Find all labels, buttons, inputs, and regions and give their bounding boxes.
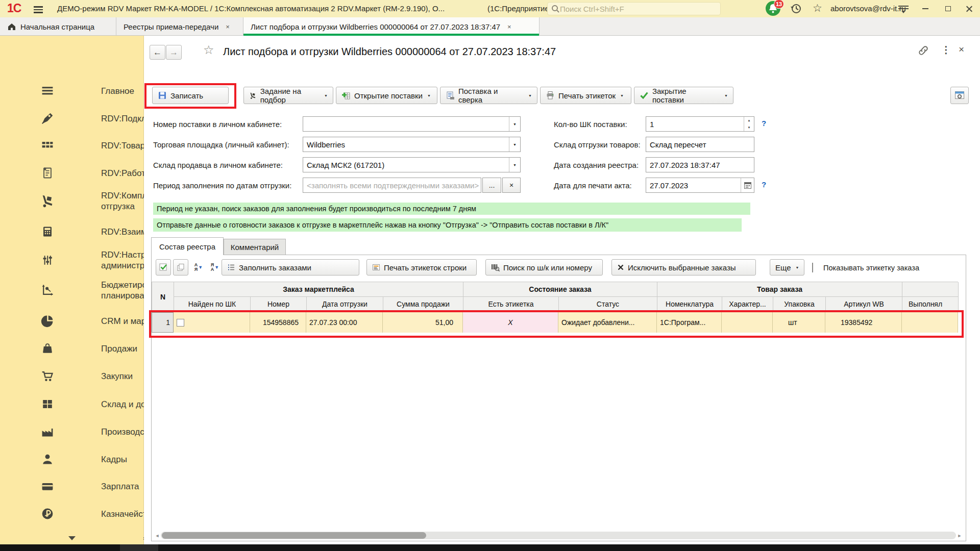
- period-field[interactable]: <заполнять всеми подтвержденными заказам…: [303, 178, 481, 193]
- column-header-article-wb[interactable]: Артикул WB: [826, 297, 902, 312]
- sale-sum-cell[interactable]: 51,00: [383, 312, 463, 333]
- has-label-cell[interactable]: Х: [463, 312, 558, 333]
- print-labels-button[interactable]: Печать этикеток ▼: [540, 87, 631, 104]
- ship-warehouse-field[interactable]: Склад пересчет: [646, 137, 754, 152]
- supply-number-combo[interactable]: ▼: [303, 116, 521, 132]
- column-header-sale-sum[interactable]: Сумма продажи: [383, 297, 463, 312]
- spin-down-icon[interactable]: ▼: [744, 124, 754, 131]
- packaging-cell[interactable]: шт: [773, 312, 825, 333]
- tab-close-icon[interactable]: ×: [226, 23, 230, 31]
- scrollbar-track[interactable]: [161, 532, 956, 539]
- column-header-status[interactable]: Статус: [559, 297, 657, 312]
- forward-button[interactable]: →: [166, 45, 182, 60]
- scroll-left-icon[interactable]: ◄: [154, 533, 161, 538]
- sidebar-item-main[interactable]: Главное: [40, 83, 139, 98]
- period-clear-button[interactable]: ×: [502, 178, 521, 193]
- sidebar-item-crm[interactable]: CRM и маркетинг: [40, 313, 139, 329]
- tab-comment[interactable]: Комментарий: [224, 239, 286, 255]
- column-header-nomenclature[interactable]: Номенклатура: [657, 297, 722, 312]
- favorite-star-icon[interactable]: ☆: [203, 43, 214, 57]
- sidebar-item-sales[interactable]: Продажи: [40, 341, 139, 356]
- combo-dropdown-button[interactable]: ▼: [509, 158, 520, 172]
- form-settings-button[interactable]: [950, 87, 969, 104]
- sidebar-item-budgeting[interactable]: Бюджетирование ипланирование: [40, 280, 139, 301]
- service-menu-icon[interactable]: [898, 4, 909, 13]
- favorites-star-icon[interactable]: ☆: [813, 2, 822, 14]
- close-window-button[interactable]: [963, 3, 976, 15]
- column-header-characteristic[interactable]: Характер...: [722, 297, 773, 312]
- order-number-cell[interactable]: 154958865: [250, 312, 306, 333]
- tab-registry-content[interactable]: Состав реестра: [151, 237, 224, 255]
- sidebar-item-rdv-admin[interactable]: RDV:Настройки иадминистрирование: [40, 249, 139, 271]
- sidebar-item-production[interactable]: Производство: [40, 424, 139, 439]
- exclude-orders-button[interactable]: Исключить выбранные заказы: [611, 259, 756, 276]
- sidebar-item-payroll[interactable]: Зарплата: [40, 479, 139, 494]
- sidebar-item-rdv-shipping[interactable]: RDV:Комплектация иотгрузка: [40, 190, 139, 212]
- history-button[interactable]: [790, 3, 802, 15]
- sidebar-item-rdv-orders[interactable]: RDV:Работа с заказами: [40, 165, 139, 181]
- combo-dropdown-button[interactable]: ▼: [509, 137, 520, 152]
- set-flags-button[interactable]: [156, 259, 171, 276]
- help-link[interactable]: ?: [762, 180, 766, 189]
- act-date-field[interactable]: 27.07.2023: [646, 178, 754, 193]
- column-header-executed[interactable]: Выполнял: [902, 297, 959, 312]
- scroll-right-icon[interactable]: ►: [956, 533, 963, 538]
- clear-flags-button[interactable]: [173, 259, 188, 276]
- close-form-button[interactable]: ×: [959, 44, 964, 55]
- help-link[interactable]: ?: [762, 119, 766, 128]
- number-spinner[interactable]: ▲▼: [744, 117, 754, 131]
- table-row[interactable]: 1 154958865 27.07.23 00:00 51,00 Х Ожида…: [152, 312, 958, 333]
- group-header-marketplace-order[interactable]: Заказ маркетплейса: [174, 282, 463, 297]
- scrollbar-thumb[interactable]: [162, 532, 426, 539]
- tab-close-icon[interactable]: ×: [507, 23, 511, 31]
- more-button[interactable]: Еще ▼: [770, 259, 804, 276]
- close-supply-button[interactable]: Закрытие поставки ▼: [634, 87, 733, 104]
- barcode-search-button[interactable]: Поиск по ш/к или номеру: [485, 259, 603, 276]
- column-header-found-by-barcode[interactable]: Найден по ШК: [174, 297, 251, 312]
- print-row-labels-button[interactable]: Печать этикеток строки: [366, 259, 477, 276]
- registry-date-field[interactable]: 27.07.2023 18:37:47: [646, 157, 754, 172]
- open-supply-button[interactable]: Открытие поставки ▼: [336, 87, 437, 104]
- combo-dropdown-button[interactable]: ▼: [509, 117, 520, 131]
- found-by-barcode-cell[interactable]: [174, 312, 250, 333]
- get-link-button[interactable]: [918, 45, 929, 56]
- marketplace-combo[interactable]: Wildberries ▼: [303, 137, 521, 152]
- search-input[interactable]: [560, 5, 703, 13]
- global-search[interactable]: [547, 2, 721, 15]
- supply-check-button[interactable]: Поставка и сверка ▼: [440, 87, 537, 104]
- column-header-has-label[interactable]: Есть этикетка: [463, 297, 559, 312]
- show-label-checkbox[interactable]: [812, 263, 813, 272]
- ship-date-cell[interactable]: 27.07.23 00:00: [306, 312, 383, 333]
- group-header-extra[interactable]: [902, 282, 959, 297]
- save-button[interactable]: Записать: [152, 87, 229, 104]
- sidebar-item-rdv-connections[interactable]: RDV:Подключения: [40, 111, 139, 126]
- sidebar-item-treasury[interactable]: Казначейство: [40, 506, 139, 521]
- sort-ascending-button[interactable]: АЯ ▼: [191, 259, 206, 276]
- horizontal-scrollbar[interactable]: ◄ ►: [154, 531, 963, 540]
- sidebar-item-hr[interactable]: Кадры: [40, 452, 139, 467]
- back-button[interactable]: ←: [150, 45, 165, 60]
- tab-home[interactable]: Начальная страница: [0, 17, 116, 36]
- minimize-button[interactable]: [919, 3, 932, 15]
- column-header-number[interactable]: Номер: [251, 297, 307, 312]
- nomenclature-cell[interactable]: 1С:Програм...: [657, 312, 722, 333]
- barcode-count-field[interactable]: 1 ▲▼: [646, 116, 754, 132]
- executed-cell[interactable]: [902, 312, 958, 333]
- picking-task-button[interactable]: Задание на подбор ▼: [243, 87, 333, 104]
- column-header-packaging[interactable]: Упаковка: [773, 297, 826, 312]
- seller-warehouse-combo[interactable]: Склад МСК2 (617201) ▼: [303, 157, 521, 172]
- sidebar-scroll-more[interactable]: [0, 532, 143, 544]
- sidebar-item-rdv-catalog[interactable]: RDV:Товарный каталог: [40, 138, 139, 153]
- status-cell[interactable]: Ожидает добавлени...: [558, 312, 657, 333]
- group-header-order-goods[interactable]: Товар заказа: [657, 282, 902, 297]
- sidebar-item-purchases[interactable]: Закупки: [40, 368, 139, 384]
- period-choose-button[interactable]: ...: [482, 178, 501, 193]
- sort-descending-button[interactable]: ЯА ▼: [208, 259, 222, 276]
- user-account[interactable]: aborovtsova@rdv-it.ru: [830, 4, 906, 13]
- tab-picking-sheet[interactable]: Лист подбора и отгрузки Wildberries 0000…: [243, 17, 540, 36]
- more-menu-button[interactable]: ⋮: [941, 44, 951, 56]
- spin-up-icon[interactable]: ▲: [744, 117, 754, 124]
- notifications-button[interactable]: 13: [766, 1, 781, 16]
- group-header-order-state[interactable]: Состояние заказа: [463, 282, 657, 297]
- sidebar-item-rdv-settlements[interactable]: RDV:Взаиморасчеты: [40, 224, 139, 239]
